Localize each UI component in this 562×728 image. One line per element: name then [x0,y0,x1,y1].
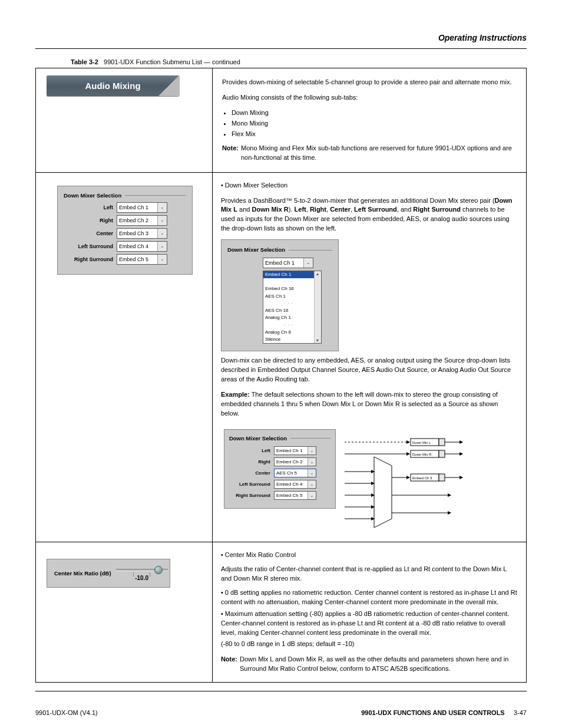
sp-input[interactable] [275,469,308,477]
row2-p2: Down-mix can be directed to any embedded… [221,356,518,384]
sp-label-center: Center [229,470,270,477]
slider-thumb[interactable] [154,566,163,574]
sp-right: Right ⌄ [229,457,330,466]
sp-label-rs: Right Surround [229,492,270,499]
small-panel-title: Down Mixer Selection [229,434,330,443]
scroll-down-icon[interactable]: ▾ [316,337,319,343]
label-ls: Left Surround [64,243,113,249]
row1-note: Note: Mono Mixing and Flex Mix sub-tab f… [222,144,517,163]
dm-r: Down Mix R [252,206,288,213]
combo-left-input[interactable] [117,203,157,212]
list-item: • Maximum attenuation setting (-80) appl… [221,610,518,638]
ellipsis-icon: · · · [263,322,314,329]
chevron-down-icon[interactable]: ⌄ [308,480,316,488]
sp-input[interactable] [275,458,308,466]
chevron-down-icon[interactable]: ⌄ [157,255,167,264]
chevron-down-icon[interactable]: ⌄ [157,203,167,212]
label-right: Right [64,218,113,223]
panel-title: Down Mixer Selection [64,192,186,199]
sp-input[interactable] [275,480,308,488]
combo-rs[interactable]: ⌄ [117,254,167,265]
field-right-surround: Right Surround ⌄ [64,254,186,265]
bullet-flex-mix: Flex Mix [232,130,517,139]
dropdown-combo[interactable]: ⌄ [263,258,313,268]
chevron-down-icon[interactable]: ⌄ [157,229,167,238]
combo-rs-input[interactable] [117,255,157,264]
row2-p1: Provides a DashBoard™ 5-to-2 down-mixer … [221,196,518,234]
page-section-title: Operating Instructions [438,33,527,42]
chevron-down-icon[interactable]: ⌄ [157,216,167,225]
chevron-down-icon[interactable]: ⌄ [157,242,167,251]
field-center: Center ⌄ [64,228,186,239]
table-caption-prefix: Table 3-2 [71,58,98,65]
chevron-down-icon[interactable]: ⌄ [308,469,316,477]
small-panel-title-text: Down Mixer Selection [229,434,287,443]
dropdown-combo-input[interactable] [263,258,303,268]
svg-rect-12 [439,439,445,446]
row1-bullets: Down Mixing Mono Mixing Flex Mix [232,108,517,139]
chevron-down-icon[interactable]: ⌄ [308,447,316,454]
note-label: Note: [222,144,239,163]
sp-combo-rs[interactable]: ⌄ [274,491,316,500]
label-rs: Right Surround [64,256,113,262]
scrollbar[interactable]: ▴ ▾ [314,271,321,343]
sp-combo-center[interactable]: ⌄ [274,469,316,477]
dropdown-option[interactable]: Embed Ch 16 [263,285,314,292]
field-right: Right ⌄ [64,215,186,226]
list-item: • 0 dB setting applies no ratiometric re… [221,588,518,607]
lab-right: Right [310,206,326,213]
sp-combo-right[interactable]: ⌄ [274,457,316,466]
top-divider [35,48,527,49]
combo-right[interactable]: ⌄ [117,215,167,226]
dropdown-list[interactable]: Embed Ch 1 · · · Embed Ch 16 AES Ch 1 · … [263,271,322,344]
table-caption: Table 3-2 9901-UDX Function Submenu List… [71,58,527,65]
chevron-down-icon[interactable]: ⌄ [303,258,313,268]
note-text: Down Mix L and Down Mix R, as well as th… [240,655,518,674]
sp-label-right: Right [229,459,270,466]
row1-intro: Provides down-mixing of selectable 5-cha… [222,78,517,87]
sp-center: Center ⌄ [229,469,330,477]
chevron-down-icon[interactable]: ⌄ [308,492,316,499]
footer-right-label: 9901-UDX FUNCTIONS AND USER CONTROLS [361,709,504,716]
combo-right-input[interactable] [117,216,157,225]
sp-label-ls: Left Surround [229,481,270,488]
function-table: Audio Mixing Provides down-mixing of sel… [35,68,527,683]
field-left: Left ⌄ [64,202,186,213]
row3-description: • Center Mix Ratio Control Adjusts the r… [213,542,526,682]
combo-ls-input[interactable] [117,242,157,251]
row3-list: • 0 dB setting applies no ratiometric re… [221,588,518,650]
sp-input[interactable] [275,492,308,499]
svg-marker-0 [374,457,392,528]
scroll-up-icon[interactable]: ▴ [316,271,319,277]
sp-combo-ls[interactable]: ⌄ [274,480,316,489]
combo-center[interactable]: ⌄ [117,228,167,239]
dropdown-option[interactable]: AES Ch 16 [263,307,314,314]
example-small-panel: Down Mixer Selection Left ⌄ Right ⌄ [224,429,336,509]
combo-center-input[interactable] [117,229,157,238]
dropdown-option[interactable]: Analog Ch 1 [263,314,314,321]
slider-track[interactable] [116,569,168,571]
dropdown-panel-title: Down Mixer Selection [227,246,332,254]
ellipsis-icon: · · · [263,278,314,285]
panel-title-text: Down Mixer Selection [64,192,121,199]
bullet-icon: • [221,610,223,617]
combo-left[interactable]: ⌄ [117,202,167,213]
example-label: Example: [221,391,250,398]
dropdown-option[interactable]: Analog Ch 8 [263,329,314,336]
dropdown-option[interactable]: AES Ch 1 [263,293,314,300]
dropdown-option-selected[interactable]: Embed Ch 1 [263,271,314,278]
sp-combo-left[interactable]: ⌄ [274,446,316,455]
dropdown-combo-row: ⌄ [263,258,332,268]
down-mixer-selection-panel: Down Mixer Selection Left ⌄ Right [57,186,193,275]
row1-description: Provides down-mixing of selectable 5-cha… [213,68,526,172]
chevron-down-icon[interactable]: ⌄ [308,458,316,466]
lab-rs: Right Surround [413,206,461,213]
row2-heading-text: • Down Mixer Selection [221,182,287,189]
bullet-mono-mixing: Mono Mixing [232,119,517,129]
sp-input[interactable] [275,447,308,454]
list-text: (-80 to 0 dB range in 1 dB steps; defaul… [221,640,355,647]
list-text: 0 dB setting applies no ratiometric redu… [221,589,517,605]
dropdown-option[interactable]: Silence [263,336,314,343]
combo-ls[interactable]: ⌄ [117,241,167,252]
sp-label-left: Left [229,447,270,454]
